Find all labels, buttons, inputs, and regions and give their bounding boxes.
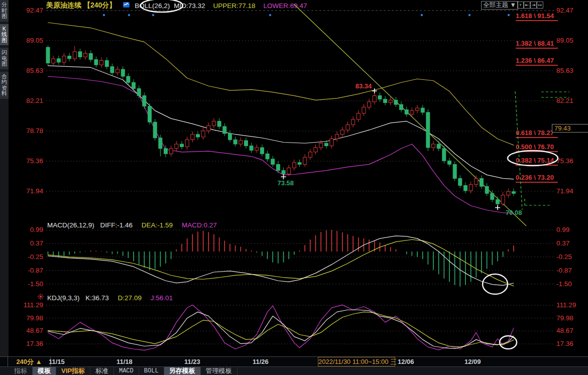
event-dot [421,14,423,16]
candle-body [84,53,87,57]
candle-body [378,96,382,99]
time-axis-tick: 11/26 [253,358,269,365]
bottom-tab-MACD[interactable]: MACD [114,367,139,375]
candle-body [330,139,333,146]
trendline [294,4,526,226]
candle-body [260,148,264,154]
candle-body [394,100,398,104]
candle-body [400,104,403,110]
candle-body [416,108,419,110]
candle-body [421,108,424,112]
macd-diff-line [48,236,514,285]
fib-level-label: 0.500 \ 76.70 [516,143,558,152]
candle-body [57,59,60,62]
candle-body [501,195,505,204]
candle-body [335,135,339,139]
sidebar-tab-2[interactable]: K线图 [0,24,9,46]
candle-body [405,110,408,114]
bottom-tab-BOLL[interactable]: BOLL [139,367,164,375]
zoom-in-icon[interactable]: ⇥ [530,2,537,9]
fib-level-label: 0.382 \ 75.14 [516,157,558,166]
boll-indicator-label: BOLL(26,2) [135,2,170,10]
candle-body [110,67,114,73]
bottom-tab-管理模板[interactable]: 管理模板 [201,367,238,375]
candle-body [105,60,108,66]
candle-body [314,148,317,152]
candle-body [73,52,76,59]
macd-axis-label: 0.99 [556,226,588,233]
sidebar-tab-1[interactable]: 分时图 [0,0,9,22]
event-dot [152,14,154,16]
chart-type-icon[interactable] [123,2,130,10]
boll-lower-line [48,76,514,213]
sidebar-tab-label: 合约资料 [2,74,8,97]
candle-body [485,186,489,193]
candle-body [255,148,259,150]
price-axis-label: 71.94 [556,187,588,195]
boll-mid-line [48,66,514,179]
fib-level-label: 1.382 \ 88.41 [516,40,558,49]
zoom-out-icon[interactable]: ⇤ [524,2,530,9]
fib-level-label: 1.236 \ 86.47 [516,57,558,66]
price-axis-label: 78.78 [10,127,43,135]
macd-dea-line [48,239,514,286]
price-axis-label: 89.05 [10,37,43,44]
bottom-tab-另存模板[interactable]: 另存模板 [164,367,201,375]
swing-price-label: 70.08 [506,209,522,216]
candle-body [319,143,323,148]
kdj-axis-label: 48.67 [10,327,43,334]
event-dot [269,14,271,16]
period-selector-label: 240分 [16,358,34,365]
candle-body [346,124,349,130]
kdj-indicator-row: KDJ(9,3,3) K:36.73 D:27.09 J:56.01 [47,294,173,302]
sidebar-tab-3[interactable]: 闪电图 [0,48,9,69]
candle-body [169,149,173,154]
event-dot [103,14,105,16]
candle-body [121,69,125,76]
price-axis-label: 82.21 [10,97,43,104]
candle-body [368,102,371,107]
candle-body [308,152,312,158]
macd-indicator-row: MACD(26,12,9) DIFF:-1.46 DEA:-1.59 MACD:… [47,221,217,229]
candle-body [469,185,473,191]
sidebar-tab-4[interactable]: 合约资料 [0,72,9,99]
kdj-k-value: K:36.73 [85,294,109,302]
price-axis-label: 71.94 [10,187,43,195]
crosshair-icon[interactable]: + [517,2,524,9]
candle-body [373,96,376,102]
theme-dropdown-button[interactable]: 全部主题 ▼ [481,1,518,10]
macd-axis-label: -0.25 [556,253,588,261]
boll-mid-value: MID:73.32 [174,2,205,10]
macd-axis-label: -0.87 [10,267,43,274]
sidebar-tab-label: K线图 [2,26,8,44]
time-axis: 240分 ▲ 11/1511/1811/2311/2612/0612/09 20… [0,356,588,367]
highlight-circle-annotation [500,336,517,349]
candle-body [191,135,194,140]
bottom-tab-指标[interactable]: 指标 [9,367,33,375]
price-axis-label: 82.21 [556,97,588,104]
time-axis-tick: 12/09 [464,358,481,365]
candle-body [448,161,451,164]
period-selector[interactable]: 240分 ▲ [8,357,51,366]
candle-body [180,144,184,147]
kdj-d-line [48,312,514,347]
bottom-tab-VIP指标[interactable]: VIP指标 [56,367,90,375]
candle-body [127,76,130,82]
time-axis-tick: 11/23 [184,358,200,365]
candle-body [207,126,210,131]
candle-body [175,144,178,149]
fib-level-label: 1.618 \ 91.54 [516,12,558,21]
kdj-axis-label: 111.29 [10,301,43,309]
candle-body [100,60,103,65]
candle-body [292,163,296,168]
candle-body [271,159,275,165]
chart-canvas[interactable] [0,0,588,356]
bottom-tab-模板[interactable]: 模板 [33,367,56,375]
price-axis-label: 85.63 [10,67,43,74]
candle-body [212,121,215,126]
bottom-tab-标准[interactable]: 标准 [90,367,114,375]
candle-body [159,138,162,149]
kdj-title: KDJ(9,3,3) [47,294,80,302]
pan-right-icon[interactable]: ↦ [537,2,543,9]
indicator-settings-icon[interactable] [37,293,44,302]
